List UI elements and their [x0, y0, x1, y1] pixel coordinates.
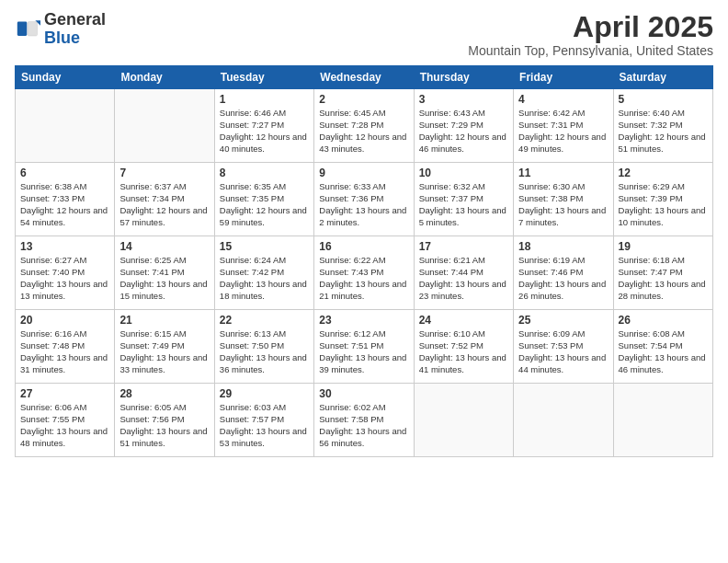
day-number: 11 [518, 167, 608, 179]
day-info: Sunrise: 6:18 AM Sunset: 7:47 PM Dayligh… [619, 255, 708, 302]
day-info: Sunrise: 6:02 AM Sunset: 7:58 PM Dayligh… [319, 402, 408, 449]
table-row: 8Sunrise: 6:35 AM Sunset: 7:35 PM Daylig… [214, 163, 313, 236]
table-row: 3Sunrise: 6:43 AM Sunset: 7:29 PM Daylig… [414, 89, 513, 163]
day-number: 29 [220, 387, 309, 400]
day-number: 30 [319, 387, 408, 400]
table-row: 7Sunrise: 6:37 AM Sunset: 7:34 PM Daylig… [115, 163, 214, 236]
day-info: Sunrise: 6:06 AM Sunset: 7:55 PM Dayligh… [20, 402, 109, 449]
table-row: 21Sunrise: 6:15 AM Sunset: 7:49 PM Dayli… [115, 310, 214, 384]
calendar-subtitle: Mountain Top, Pennsylvania, United State… [468, 43, 713, 58]
col-sunday: Sunday [16, 66, 115, 89]
day-number: 6 [20, 167, 109, 179]
day-info: Sunrise: 6:08 AM Sunset: 7:54 PM Dayligh… [619, 328, 708, 375]
col-wednesday: Wednesday [314, 66, 414, 89]
table-row: 10Sunrise: 6:32 AM Sunset: 7:37 PM Dayli… [414, 163, 513, 236]
title-block: April 2025 Mountain Top, Pennsylvania, U… [468, 11, 713, 58]
day-number: 27 [20, 387, 109, 400]
col-tuesday: Tuesday [214, 66, 313, 89]
day-number: 16 [319, 240, 408, 253]
day-info: Sunrise: 6:38 AM Sunset: 7:33 PM Dayligh… [20, 181, 109, 228]
calendar-week-row: 6Sunrise: 6:38 AM Sunset: 7:33 PM Daylig… [16, 163, 713, 236]
table-row: 25Sunrise: 6:09 AM Sunset: 7:53 PM Dayli… [514, 310, 613, 384]
day-number: 26 [619, 314, 708, 327]
table-row: 11Sunrise: 6:30 AM Sunset: 7:38 PM Dayli… [514, 163, 613, 236]
page: General Blue April 2025 Mountain Top, Pe… [0, 0, 728, 563]
day-number: 25 [518, 314, 608, 327]
day-number: 10 [419, 167, 508, 179]
logo: General Blue [15, 11, 106, 48]
day-info: Sunrise: 6:05 AM Sunset: 7:56 PM Dayligh… [119, 402, 209, 449]
svg-rect-1 [28, 21, 38, 35]
table-row: 23Sunrise: 6:12 AM Sunset: 7:51 PM Dayli… [314, 310, 414, 384]
table-row: 18Sunrise: 6:19 AM Sunset: 7:46 PM Dayli… [514, 236, 613, 310]
calendar-table: Sunday Monday Tuesday Wednesday Thursday… [15, 65, 713, 457]
day-info: Sunrise: 6:21 AM Sunset: 7:44 PM Dayligh… [419, 255, 508, 302]
table-row: 5Sunrise: 6:40 AM Sunset: 7:32 PM Daylig… [613, 89, 712, 163]
day-info: Sunrise: 6:25 AM Sunset: 7:41 PM Dayligh… [119, 255, 209, 302]
day-info: Sunrise: 6:46 AM Sunset: 7:27 PM Dayligh… [220, 108, 309, 155]
day-info: Sunrise: 6:45 AM Sunset: 7:28 PM Dayligh… [319, 108, 408, 155]
table-row: 30Sunrise: 6:02 AM Sunset: 7:58 PM Dayli… [314, 384, 414, 457]
table-row: 13Sunrise: 6:27 AM Sunset: 7:40 PM Dayli… [16, 236, 115, 310]
day-info: Sunrise: 6:16 AM Sunset: 7:48 PM Dayligh… [20, 328, 109, 375]
day-number: 19 [619, 240, 708, 253]
col-saturday: Saturday [613, 66, 712, 89]
day-info: Sunrise: 6:24 AM Sunset: 7:42 PM Dayligh… [220, 255, 309, 302]
table-row: 6Sunrise: 6:38 AM Sunset: 7:33 PM Daylig… [16, 163, 115, 236]
day-number: 20 [20, 314, 109, 327]
table-row: 20Sunrise: 6:16 AM Sunset: 7:48 PM Dayli… [16, 310, 115, 384]
table-row: 12Sunrise: 6:29 AM Sunset: 7:39 PM Dayli… [613, 163, 712, 236]
day-number: 18 [518, 240, 608, 253]
table-row [514, 384, 613, 457]
table-row: 16Sunrise: 6:22 AM Sunset: 7:43 PM Dayli… [314, 236, 414, 310]
table-row [613, 384, 712, 457]
day-info: Sunrise: 6:22 AM Sunset: 7:43 PM Dayligh… [319, 255, 408, 302]
table-row: 26Sunrise: 6:08 AM Sunset: 7:54 PM Dayli… [613, 310, 712, 384]
calendar-week-row: 1Sunrise: 6:46 AM Sunset: 7:27 PM Daylig… [16, 89, 713, 163]
header: General Blue April 2025 Mountain Top, Pe… [15, 11, 713, 58]
day-info: Sunrise: 6:37 AM Sunset: 7:34 PM Dayligh… [119, 181, 209, 228]
day-info: Sunrise: 6:13 AM Sunset: 7:50 PM Dayligh… [220, 328, 309, 375]
calendar-header-row: Sunday Monday Tuesday Wednesday Thursday… [16, 66, 713, 89]
col-monday: Monday [115, 66, 214, 89]
day-info: Sunrise: 6:35 AM Sunset: 7:35 PM Dayligh… [220, 181, 309, 228]
day-info: Sunrise: 6:42 AM Sunset: 7:31 PM Dayligh… [518, 108, 608, 155]
table-row: 27Sunrise: 6:06 AM Sunset: 7:55 PM Dayli… [16, 384, 115, 457]
day-info: Sunrise: 6:15 AM Sunset: 7:49 PM Dayligh… [119, 328, 209, 375]
day-number: 24 [419, 314, 508, 327]
table-row: 29Sunrise: 6:03 AM Sunset: 7:57 PM Dayli… [214, 384, 313, 457]
day-info: Sunrise: 6:12 AM Sunset: 7:51 PM Dayligh… [319, 328, 408, 375]
table-row: 14Sunrise: 6:25 AM Sunset: 7:41 PM Dayli… [115, 236, 214, 310]
day-number: 17 [419, 240, 508, 253]
day-number: 8 [220, 167, 309, 179]
calendar-week-row: 20Sunrise: 6:16 AM Sunset: 7:48 PM Dayli… [16, 310, 713, 384]
table-row: 28Sunrise: 6:05 AM Sunset: 7:56 PM Dayli… [115, 384, 214, 457]
calendar-title: April 2025 [468, 11, 713, 43]
day-number: 21 [119, 314, 209, 327]
table-row: 4Sunrise: 6:42 AM Sunset: 7:31 PM Daylig… [514, 89, 613, 163]
day-info: Sunrise: 6:29 AM Sunset: 7:39 PM Dayligh… [619, 181, 708, 228]
day-number: 3 [419, 93, 508, 106]
calendar-week-row: 27Sunrise: 6:06 AM Sunset: 7:55 PM Dayli… [16, 384, 713, 457]
day-info: Sunrise: 6:10 AM Sunset: 7:52 PM Dayligh… [419, 328, 508, 375]
day-info: Sunrise: 6:30 AM Sunset: 7:38 PM Dayligh… [518, 181, 608, 228]
col-thursday: Thursday [414, 66, 513, 89]
table-row: 19Sunrise: 6:18 AM Sunset: 7:47 PM Dayli… [613, 236, 712, 310]
table-row: 1Sunrise: 6:46 AM Sunset: 7:27 PM Daylig… [214, 89, 313, 163]
table-row: 2Sunrise: 6:45 AM Sunset: 7:28 PM Daylig… [314, 89, 414, 163]
day-info: Sunrise: 6:32 AM Sunset: 7:37 PM Dayligh… [419, 181, 508, 228]
logo-text: General Blue [44, 11, 106, 48]
table-row: 17Sunrise: 6:21 AM Sunset: 7:44 PM Dayli… [414, 236, 513, 310]
day-number: 2 [319, 93, 408, 106]
day-number: 13 [20, 240, 109, 253]
day-info: Sunrise: 6:40 AM Sunset: 7:32 PM Dayligh… [619, 108, 708, 155]
day-number: 15 [220, 240, 309, 253]
day-info: Sunrise: 6:09 AM Sunset: 7:53 PM Dayligh… [518, 328, 608, 375]
table-row [414, 384, 513, 457]
day-info: Sunrise: 6:43 AM Sunset: 7:29 PM Dayligh… [419, 108, 508, 155]
day-number: 7 [119, 167, 209, 179]
table-row [115, 89, 214, 163]
day-number: 5 [619, 93, 708, 106]
day-info: Sunrise: 6:03 AM Sunset: 7:57 PM Dayligh… [220, 402, 309, 449]
calendar-week-row: 13Sunrise: 6:27 AM Sunset: 7:40 PM Dayli… [16, 236, 713, 310]
